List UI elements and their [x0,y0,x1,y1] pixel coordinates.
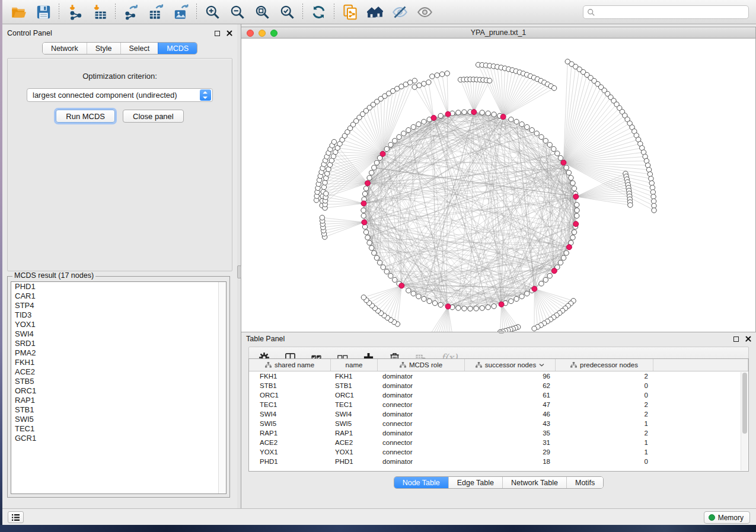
mcds-dominator-node[interactable] [573,194,579,199]
network-node[interactable] [480,110,484,115]
mcds-dominator-node[interactable] [361,201,366,206]
zoom-in-icon[interactable] [200,2,225,22]
network-node[interactable] [397,134,401,139]
table-row[interactable]: YOX1YOX1connector291 [249,447,748,457]
leaf-node[interactable] [435,73,439,78]
network-node[interactable] [492,304,496,309]
leaf-node[interactable] [652,208,656,213]
scrollbar-thumb[interactable] [742,373,747,434]
network-node[interactable] [416,294,421,299]
leaf-node[interactable] [649,176,653,181]
network-node[interactable] [374,161,379,165]
horizontal-splitter-handle[interactable] [499,331,504,334]
network-node[interactable] [411,124,416,129]
network-node[interactable] [575,202,579,207]
criterion-select[interactable]: largest connected component (undirected) [27,88,213,102]
mcds-result-list[interactable]: PHD1CAR1STP4TID3YOX1SWI4SRD1PMA2FKH1ACE2… [11,281,227,494]
leaf-node[interactable] [445,71,449,76]
mcds-result-item[interactable]: STB5 [11,377,226,386]
mcds-dominator-node[interactable] [561,160,566,165]
network-node[interactable] [372,165,377,170]
leaf-node[interactable] [324,191,328,196]
table-row[interactable]: RAP1RAP1dominator352 [249,428,748,438]
zoom-fit-icon[interactable] [250,2,275,22]
network-node[interactable] [438,113,443,118]
network-window-titlebar[interactable]: YPA_prune.txt_1 [241,27,755,39]
tab-mcds[interactable]: MCDS [158,43,197,54]
import-network-icon[interactable] [62,2,87,22]
leaf-node[interactable] [651,198,656,203]
mcds-dominator-node[interactable] [500,114,506,120]
leaf-node[interactable] [652,203,656,208]
network-node[interactable] [384,146,389,151]
tab-node-table[interactable]: Node Table [394,477,448,488]
network-node[interactable] [363,186,368,191]
close-panel-icon[interactable] [745,336,751,342]
mcds-dominator-node[interactable] [362,220,367,225]
clone-network-icon[interactable] [337,2,362,22]
show-all-eye-icon[interactable] [412,2,437,22]
network-node[interactable] [406,127,411,132]
table-row[interactable]: SWI4SWI4dominator462 [249,409,748,419]
network-node[interactable] [388,142,393,147]
mcds-result-item[interactable]: PHD1 [11,282,226,291]
network-node[interactable] [519,294,524,299]
network-node[interactable] [377,260,382,265]
hide-selected-eye-slash-icon[interactable] [387,2,412,22]
network-node[interactable] [555,151,560,156]
network-node[interactable] [362,191,367,196]
network-graph[interactable] [241,39,755,332]
table-row[interactable]: ACE2ACE2connector311 [249,438,748,447]
network-node[interactable] [369,170,374,175]
mcds-result-item[interactable]: GCR1 [11,434,226,443]
mcds-result-item[interactable]: SWI4 [11,329,226,339]
list-scrollbar[interactable] [218,282,226,493]
network-node[interactable] [422,296,426,301]
mcds-dominator-node[interactable] [573,222,579,227]
network-node[interactable] [406,288,411,293]
column-header-name[interactable]: name [331,359,378,371]
close-panel-icon[interactable] [227,30,232,36]
leaf-node[interactable] [320,215,324,220]
leaf-node[interactable] [426,80,431,85]
table-row[interactable]: STB1STB1dominator620 [249,381,748,390]
tab-network[interactable]: Network [43,43,87,54]
mcds-dominator-node[interactable] [445,304,451,309]
network-node[interactable] [543,277,548,282]
network-node[interactable] [456,110,461,115]
leaf-node[interactable] [532,326,537,331]
network-node[interactable] [480,306,484,310]
network-node[interactable] [363,230,368,235]
network-node[interactable] [558,260,563,265]
network-node[interactable] [486,305,490,309]
network-node[interactable] [534,131,539,136]
network-node[interactable] [566,170,571,175]
network-node[interactable] [438,302,443,307]
mcds-result-item[interactable]: FKH1 [11,358,226,367]
network-node[interactable] [509,117,513,121]
network-node[interactable] [539,134,544,139]
leaf-node[interactable] [412,85,417,89]
mcds-result-item[interactable]: CAR1 [11,291,226,301]
mcds-result-item[interactable]: ORC1 [11,386,226,396]
network-node[interactable] [369,245,374,250]
network-node[interactable] [570,181,575,185]
mcds-result-item[interactable]: SRD1 [11,339,226,348]
network-node[interactable] [372,251,377,255]
network-node[interactable] [367,241,372,245]
mcds-dominator-node[interactable] [551,268,557,274]
close-window-icon[interactable] [247,30,254,37]
network-node[interactable] [361,213,366,218]
network-node[interactable] [514,119,519,124]
network-node[interactable] [468,306,473,311]
export-image-icon[interactable] [168,2,193,22]
network-node[interactable] [462,110,467,114]
network-node[interactable] [474,306,479,311]
mcds-result-item[interactable]: RAP1 [11,396,226,405]
network-node[interactable] [361,208,366,213]
save-icon[interactable] [31,2,56,22]
open-file-icon[interactable] [6,2,31,22]
network-node[interactable] [564,165,569,170]
network-node[interactable] [572,230,576,235]
leaf-node[interactable] [422,81,426,86]
